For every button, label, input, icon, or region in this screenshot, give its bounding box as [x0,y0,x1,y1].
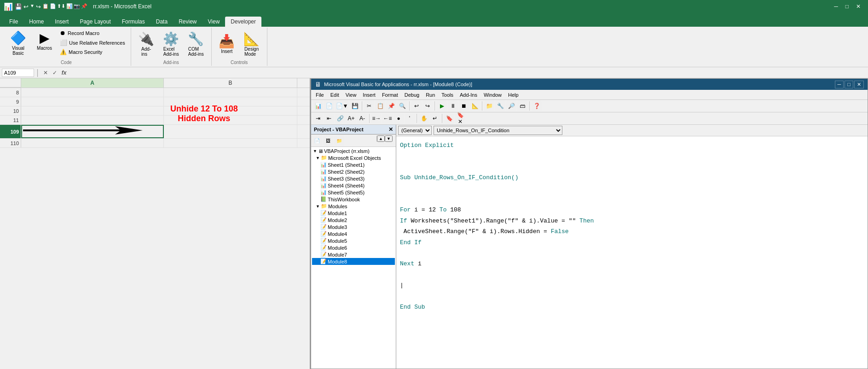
tab-data[interactable]: Data [150,17,173,27]
tree-item-sheet2[interactable]: 📊 Sheet2 (Sheet2) [312,168,395,175]
tree-item-module1[interactable]: 📝 Module1 [312,210,395,217]
visual-basic-button[interactable]: 🔷 VisualBasic [6,29,31,58]
vba-menu-debug[interactable]: Debug [402,92,422,98]
tree-item-sheet4[interactable]: 📊 Sheet4 (Sheet4) [312,182,395,189]
vba-btn-save[interactable]: 💾 [350,101,360,111]
cell-b8[interactable] [164,88,297,97]
tab-developer[interactable]: Developer [225,17,261,27]
tree-item-thisworkbook[interactable]: 📗 ThisWorkbook [312,196,395,203]
tree-item-module4[interactable]: 📝 Module4 [312,230,395,237]
cell-a110[interactable] [21,139,164,147]
macros-button[interactable]: ▶ Macros [32,29,57,53]
vba-btn-break[interactable]: ⏸ [448,101,458,111]
tree-item-sheet3[interactable]: 📊 Sheet3 (Sheet3) [312,175,395,182]
name-box[interactable] [2,69,34,77]
vba-btn-undo[interactable]: ↩ [411,101,422,111]
vba-btn-redo[interactable]: ↪ [422,101,433,111]
vba-btn-insert-module[interactable]: 📄 [324,101,334,111]
tree-item-vbaproject[interactable]: ▼ 🖥 VBAProject (rr.xlsm) [312,148,395,154]
code-content-area[interactable]: Option Explicit Sub Unhide_Rows_On_IF_Co… [396,136,868,369]
vba-btn-outdent[interactable]: ←≡ [382,113,393,123]
tree-item-sheet1[interactable]: 📊 Sheet1 (Sheet1) [312,161,395,168]
minimize-button[interactable]: ─ [830,2,842,11]
vba-btn-word-wrap[interactable]: ↵ [430,113,440,123]
vba-btn-t5[interactable]: A- [357,113,367,123]
vba-menu-help[interactable]: Help [505,92,521,98]
cell-a11[interactable] [21,116,164,124]
quick-access-undo[interactable]: ↩ [23,3,29,10]
vba-btn-t2[interactable]: ⇤ [324,113,334,123]
tree-item-excel-objects[interactable]: ▼ 📁 Microsoft Excel Objects [312,154,395,161]
vba-menu-insert[interactable]: Insert [360,92,378,98]
vba-btn-bookmark[interactable]: 🔖 [444,113,454,123]
vba-btn-object-browser[interactable]: 🔎 [506,101,516,111]
addins-button[interactable]: 🔌 Add-ins [135,29,158,59]
tab-page-layout[interactable]: Page Layout [74,17,116,27]
vba-btn-excel[interactable]: 📊 [313,101,323,111]
vba-menu-addins[interactable]: Add-Ins [457,92,480,98]
project-toggle-folders[interactable]: 📁 [334,135,344,146]
vba-btn-copy[interactable]: 📋 [375,101,385,111]
tree-item-module5[interactable]: 📝 Module5 [312,237,395,244]
vba-btn-toolbox[interactable]: 🗃 [517,101,527,111]
macro-security-button[interactable]: ⚠️ Macro Security [58,48,127,56]
vba-menu-edit[interactable]: Edit [328,92,342,98]
cell-a8[interactable] [21,88,164,97]
vba-btn-breakpoint[interactable]: ● [393,113,404,123]
vba-btn-comment[interactable]: ' [405,113,415,123]
tree-item-module6[interactable]: 📝 Module6 [312,244,395,251]
tab-insert[interactable]: Insert [49,17,74,27]
vba-btn-run[interactable]: ▶ [437,101,447,111]
use-relative-button[interactable]: ⬜ Use Relative References [58,38,127,47]
cell-b110[interactable] [164,139,297,147]
tab-view[interactable]: View [203,17,226,27]
vba-btn-properties[interactable]: 🔧 [495,101,505,111]
vba-btn-t1[interactable]: ⇥ [313,113,323,123]
project-view-form[interactable]: 🖼 [323,135,333,146]
cell-a10[interactable] [21,106,164,115]
vba-btn-module-dropdown[interactable]: 📄▼ [335,101,349,111]
vba-btn-reset[interactable]: ⏹ [459,101,469,111]
tab-file[interactable]: File [4,17,23,27]
com-addins-button[interactable]: 🔧 COMAdd-ins [185,29,208,59]
vba-menu-format[interactable]: Format [379,92,401,98]
vba-menu-run[interactable]: Run [423,92,438,98]
tab-review[interactable]: Review [173,17,202,27]
vba-menu-view[interactable]: View [343,92,359,98]
tree-item-modules[interactable]: ▼ 📁 Modules [312,203,395,210]
tab-home[interactable]: Home [23,17,49,27]
record-macro-button[interactable]: ⏺ Record Macro [58,29,127,37]
cancel-icon[interactable]: ✕ [42,69,49,76]
tree-item-module7[interactable]: 📝 Module7 [312,251,395,258]
scroll-down[interactable]: ▼ [385,135,393,142]
vba-menu-tools[interactable]: Tools [439,92,456,98]
quick-access-undo-dropdown[interactable]: ▼ [30,3,35,10]
close-button[interactable]: ✕ [852,2,864,11]
vba-btn-design-mode[interactable]: 📐 [470,101,480,111]
tree-item-module8[interactable]: 📝 Module8 [312,258,395,265]
function-icon[interactable]: fx [60,69,68,76]
project-panel-scrollbar[interactable]: ▲ ▼ [376,135,395,142]
vba-btn-clear-bookmarks[interactable]: 🔖✕ [455,113,465,123]
vba-minimize-button[interactable]: ─ [835,81,844,88]
vba-maximize-button[interactable]: □ [845,81,853,88]
quick-access-redo[interactable]: ↪ [36,3,41,10]
cell-a9[interactable] [21,97,164,106]
enter-icon[interactable]: ✓ [51,69,58,76]
cell-b109[interactable] [164,125,297,138]
vba-btn-indent[interactable]: ≡→ [371,113,382,123]
excel-addins-button[interactable]: ⚙️ ExcelAdd-ins [160,29,183,59]
project-view-code[interactable]: 📄 [312,135,322,146]
vba-menu-file[interactable]: File [313,92,327,98]
col-header-b[interactable]: B [164,78,297,88]
maximize-button[interactable]: □ [842,2,852,11]
project-panel-close-button[interactable]: ✕ [388,126,393,133]
quick-access-save[interactable]: 💾 [15,3,22,10]
vba-btn-find[interactable]: 🔍 [397,101,407,111]
vba-btn-paste[interactable]: 📌 [386,101,396,111]
general-dropdown[interactable]: (General) [398,126,432,135]
col-header-a[interactable]: A [21,78,164,88]
vba-btn-project-explorer[interactable]: 📁 [484,101,494,111]
tree-item-module2[interactable]: 📝 Module2 [312,217,395,223]
vba-btn-help[interactable]: ❓ [532,101,542,111]
